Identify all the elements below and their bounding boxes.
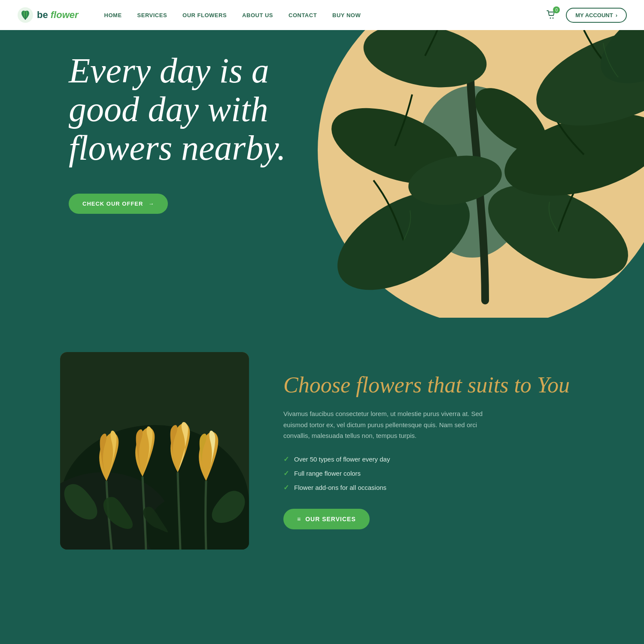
hero-section: Every day is a good day with flowers nea… (0, 0, 644, 318)
our-services-button[interactable]: ≡ OUR SERVICES (283, 509, 370, 529)
nav-home[interactable]: HOME (104, 12, 122, 18)
choose-flowers-title: Choose flowers that suits to You (283, 372, 584, 398)
navbar: be flower HOME SERVICES OUR FLOWERS ABOU… (0, 0, 644, 30)
svg-point-3 (553, 18, 554, 19)
check-icon-3: ✓ (283, 483, 289, 492)
logo-icon (17, 7, 33, 23)
feature-list: ✓ Over 50 types of flower every day ✓ Fu… (283, 455, 584, 492)
account-arrow-icon: › (616, 12, 617, 18)
feature-text-3: Flower add-ons for all occasions (294, 484, 386, 491)
section2-description: Vivamus faucibus consectetur lorem, ut m… (283, 408, 498, 441)
cart-badge: 0 (553, 6, 560, 13)
my-account-label: MY ACCOUNT (575, 12, 613, 18)
nav-links: HOME SERVICES OUR FLOWERS ABOUT US CONTA… (104, 12, 544, 18)
flowers-image (60, 352, 249, 550)
nav-right: 0 MY ACCOUNT › (544, 7, 627, 23)
flowers-image-container (60, 352, 249, 550)
choose-flowers-section: Choose flowers that suits to You Vivamus… (0, 318, 644, 584)
nav-buy-now[interactable]: BUY NOW (332, 12, 361, 18)
nav-contact[interactable]: CONTACT (289, 12, 317, 18)
plant-image (318, 0, 644, 318)
feature-item-3: ✓ Flower add-ons for all occasions (283, 483, 584, 492)
logo-text: be flower (37, 9, 79, 21)
feature-item-1: ✓ Over 50 types of flower every day (283, 455, 584, 463)
check-offer-button[interactable]: CHECK OUR OFFER → (69, 194, 168, 214)
hero-content: Every day is a good day with flowers nea… (69, 52, 309, 214)
services-icon: ≡ (297, 516, 301, 522)
nav-about-us[interactable]: ABOUT US (242, 12, 273, 18)
check-icon-2: ✓ (283, 469, 289, 477)
flowers-svg (60, 352, 249, 550)
nav-services[interactable]: SERVICES (137, 12, 167, 18)
cart-icon[interactable]: 0 (544, 7, 559, 23)
my-account-button[interactable]: MY ACCOUNT › (566, 8, 627, 23)
feature-text-1: Over 50 types of flower every day (294, 456, 390, 463)
feature-item-2: ✓ Full range flower colors (283, 469, 584, 477)
feature-text-2: Full range flower colors (294, 470, 361, 477)
hero-title: Every day is a good day with flowers nea… (69, 52, 309, 168)
check-icon-1: ✓ (283, 455, 289, 463)
our-services-label: OUR SERVICES (305, 516, 356, 522)
cta-arrow-icon: → (148, 200, 154, 207)
logo[interactable]: be flower (17, 7, 79, 23)
svg-point-2 (550, 18, 551, 19)
section2-text: Choose flowers that suits to You Vivamus… (283, 372, 584, 529)
cta-label: CHECK OUR OFFER (82, 200, 143, 207)
nav-our-flowers[interactable]: OUR FLOWERS (182, 12, 227, 18)
plant-svg (318, 0, 644, 318)
